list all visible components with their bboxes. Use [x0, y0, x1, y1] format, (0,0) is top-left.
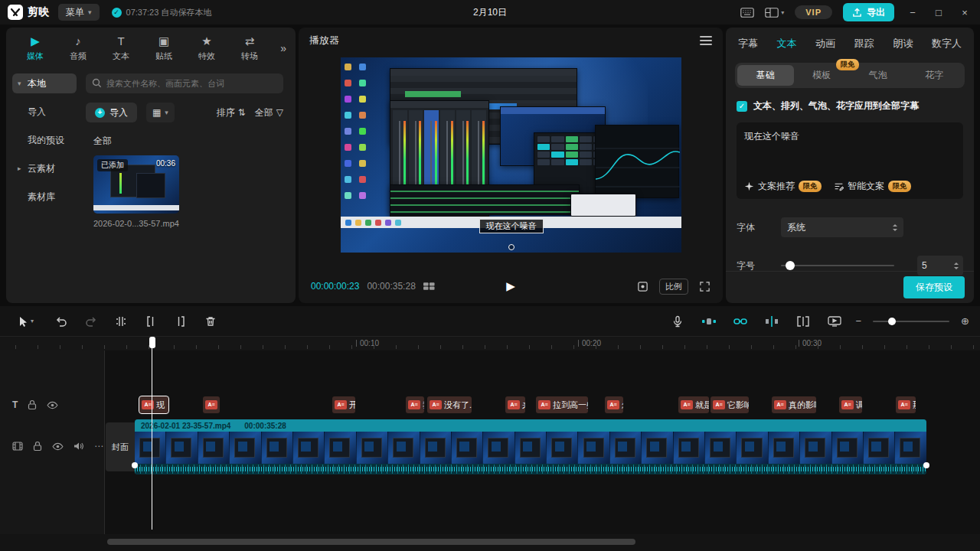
- shortcut-keyboard-icon[interactable]: [740, 8, 754, 18]
- redo-button[interactable]: [81, 311, 101, 331]
- playhead-handle[interactable]: [149, 337, 155, 348]
- text-clip[interactable]: A≡那: [896, 396, 916, 413]
- video-clip-duration: 00:00:35:28: [244, 422, 286, 430]
- frame-view-icon[interactable]: [423, 282, 435, 291]
- close-button[interactable]: ×: [957, 7, 972, 18]
- trim-left-button[interactable]: [141, 311, 161, 331]
- tab-tracking[interactable]: 跟踪: [854, 37, 874, 51]
- text-clip[interactable]: A≡它影响: [710, 396, 749, 413]
- copy-suggest-button[interactable]: 文案推荐 限免: [744, 180, 822, 193]
- slider-knob[interactable]: [786, 261, 795, 270]
- text-clip[interactable]: A≡没有了...: [427, 396, 472, 413]
- timeline-toolbar: ▾: [0, 306, 980, 337]
- text-clip[interactable]: A≡我: [406, 396, 424, 413]
- text-clip[interactable]: A≡: [203, 396, 220, 413]
- sort-button[interactable]: 排序 ⇅: [217, 106, 246, 119]
- text-clip[interactable]: A≡调: [839, 396, 862, 413]
- snap-toggle-icon[interactable]: [699, 311, 719, 331]
- subtitle-overlay[interactable]: 现在这个噪音: [479, 219, 544, 233]
- stepper-arrows-icon[interactable]: [893, 223, 897, 232]
- session-cell: [566, 144, 578, 150]
- select-tool-button[interactable]: ▾: [11, 311, 41, 331]
- zoom-out-icon[interactable]: −: [856, 315, 862, 327]
- subtab-template[interactable]: 模板限免: [794, 65, 851, 86]
- player-menu-icon[interactable]: [700, 34, 712, 47]
- free-badge: 限免: [888, 181, 911, 192]
- text-clip[interactable]: A≡开: [332, 396, 355, 413]
- tab-digital-human[interactable]: 数字人: [932, 37, 962, 51]
- filter-button[interactable]: 全部 ▽: [255, 106, 283, 119]
- subtab-basic[interactable]: 基础: [737, 65, 794, 86]
- maximize-button[interactable]: □: [931, 7, 946, 18]
- play-button[interactable]: ▶: [506, 279, 515, 293]
- timeline-ruler[interactable]: 00:1000:2000:30: [0, 337, 980, 350]
- font-select[interactable]: 系统: [781, 217, 903, 237]
- sidebar-item-my-presets[interactable]: 我的预设: [12, 130, 77, 150]
- playhead[interactable]: [152, 337, 152, 530]
- subtitle-rotate-handle[interactable]: [508, 244, 514, 250]
- video-preview[interactable]: 现在这个噪音: [341, 57, 681, 253]
- smart-copy-button[interactable]: 智能文案 限免: [834, 180, 911, 193]
- tab-subtitle[interactable]: 字幕: [738, 37, 758, 51]
- timeline-zoom-slider[interactable]: [873, 317, 949, 326]
- save-preset-button[interactable]: 保存预设: [903, 276, 965, 298]
- text-clip[interactable]: A≡拉到高一些: [536, 396, 588, 413]
- media-tab-media[interactable]: ▶媒体: [14, 34, 57, 62]
- record-voiceover-icon[interactable]: [668, 311, 688, 331]
- media-clip-card[interactable]: 已添加 00:36 2026-02-0...35-57.mp4: [93, 155, 179, 228]
- media-tab-sticker[interactable]: ▣贴纸: [142, 34, 185, 62]
- video-clip[interactable]: 2026-02-01 23-35-57.mp4 00:00:35:28: [135, 419, 926, 474]
- import-button[interactable]: + 导入: [86, 103, 137, 122]
- app-name: 剪映: [28, 5, 49, 19]
- zoom-in-icon[interactable]: ⊕: [961, 315, 969, 327]
- font-size-slider[interactable]: [781, 260, 894, 271]
- link-toggle-icon[interactable]: [730, 311, 750, 331]
- undo-button[interactable]: [51, 311, 71, 331]
- trim-right-button[interactable]: [171, 311, 191, 331]
- preview-axis-toggle-icon[interactable]: [762, 311, 782, 331]
- view-mode-button[interactable]: ▦ ▾: [146, 103, 175, 122]
- fullscreen-icon[interactable]: [699, 281, 710, 292]
- export-button[interactable]: 导出: [843, 3, 894, 21]
- subtab-bubble[interactable]: 气泡: [850, 65, 906, 86]
- menu-button[interactable]: 菜单 ▾: [58, 4, 100, 21]
- screen-record-icon[interactable]: [825, 311, 844, 331]
- text-clip[interactable]: A≡真的影响: [772, 396, 816, 413]
- vip-badge[interactable]: VIP: [795, 5, 832, 19]
- tab-animation[interactable]: 动画: [815, 37, 835, 51]
- media-toolbar: + 导入 ▦ ▾ 排序 ⇅ 全部 ▽: [86, 103, 283, 122]
- added-badge: 已添加: [97, 159, 128, 171]
- text-content-input[interactable]: 现在这个噪音 文案推荐 限免 智能文案 限免: [737, 122, 963, 199]
- sidebar-item-import[interactable]: 导入: [12, 102, 77, 122]
- stepper-arrows-icon[interactable]: [954, 262, 959, 270]
- sidebar-item-cloud[interactable]: ▸云素材: [12, 158, 77, 178]
- subtab-fancy-text[interactable]: 花字: [906, 65, 963, 86]
- slider-knob[interactable]: [888, 318, 896, 325]
- timeline-scrollbar[interactable]: [107, 539, 635, 545]
- text-clip[interactable]: A≡现: [139, 396, 168, 413]
- clip-handle-left[interactable]: [132, 462, 138, 468]
- media-tab-transition[interactable]: ⇄转场: [228, 34, 271, 62]
- picture-in-picture-icon[interactable]: [637, 281, 648, 292]
- sidebar-item-local[interactable]: ▾本地: [12, 73, 77, 93]
- text-clip[interactable]: A≡就是: [678, 396, 709, 413]
- media-tab-effect[interactable]: ★特效: [185, 34, 228, 62]
- tab-reading[interactable]: 朗读: [893, 37, 913, 51]
- split-button[interactable]: [111, 311, 131, 331]
- text-clip[interactable]: A≡怎: [605, 396, 623, 413]
- sidebar-item-library[interactable]: 素材库: [12, 187, 77, 207]
- media-tab-text[interactable]: T文本: [100, 34, 142, 62]
- ratio-button[interactable]: 比例: [659, 279, 688, 295]
- font-size-input[interactable]: [922, 260, 945, 271]
- apply-all-checkbox[interactable]: ✓: [737, 101, 747, 112]
- tab-text[interactable]: 文本: [777, 37, 797, 51]
- search-input[interactable]: [86, 73, 283, 93]
- clip-handle-right[interactable]: [923, 462, 929, 468]
- split-view-icon[interactable]: [793, 311, 813, 331]
- media-tab-audio[interactable]: ♪音频: [57, 34, 100, 62]
- expand-panel-icon[interactable]: »: [280, 42, 289, 54]
- delete-button[interactable]: [201, 311, 220, 331]
- minimize-button[interactable]: −: [905, 7, 920, 18]
- layout-switch-icon[interactable]: ▾: [765, 8, 784, 18]
- text-clip[interactable]: A≡来: [505, 396, 525, 413]
